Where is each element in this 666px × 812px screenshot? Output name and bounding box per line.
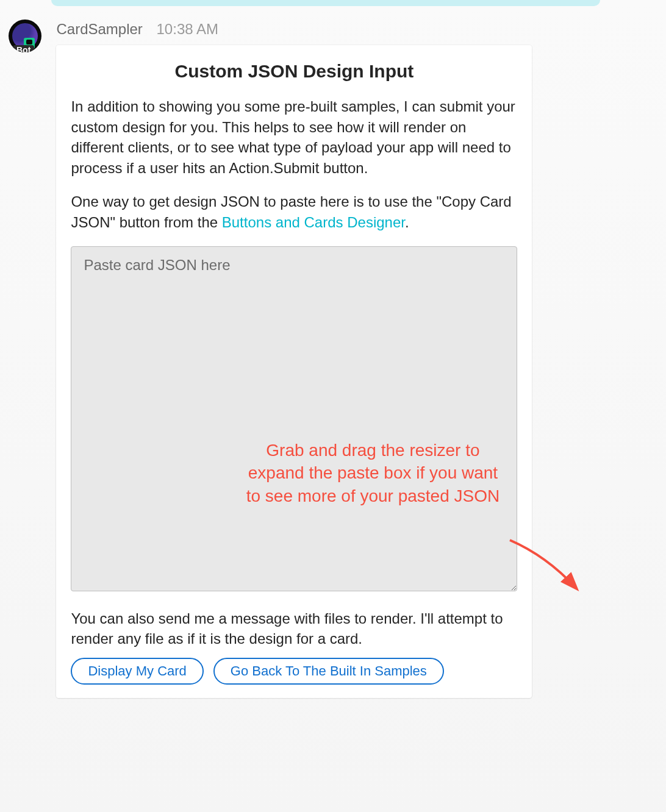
display-my-card-button[interactable]: Display My Card [71,658,203,685]
message-meta: CardSampler 10:38 AM [56,20,642,38]
card-paragraph-2: One way to get design JSON to paste here… [71,191,517,232]
card-paragraph-3: You can also send me a message with file… [71,608,517,649]
avatar-chip-inner [26,40,32,45]
sender-name[interactable]: CardSampler [56,21,142,37]
chat-page: Bot CardSampler 10:38 AM Custom JSON Des… [0,0,666,812]
card-title: Custom JSON Design Input [71,61,517,82]
message-timestamp: 10:38 AM [157,21,218,37]
card-actions: Display My Card Go Back To The Built In … [71,658,517,685]
json-textarea-wrap: Grab and drag the resizer to expand the … [71,246,517,594]
go-back-button[interactable]: Go Back To The Built In Samples [213,658,444,685]
p2-suffix: . [405,214,409,230]
prev-message-edge [51,0,600,6]
message-row: Bot CardSampler 10:38 AM Custom JSON Des… [9,20,657,698]
avatar[interactable]: Bot [9,20,41,52]
message-body: CardSampler 10:38 AM Custom JSON Design … [56,20,642,698]
card-paragraph-1: In addition to showing you some pre-buil… [71,96,517,178]
json-textarea[interactable] [71,246,517,591]
adaptive-card: Custom JSON Design Input In addition to … [56,45,532,698]
bot-badge: Bot [13,45,34,52]
designer-link[interactable]: Buttons and Cards Designer [222,214,405,230]
